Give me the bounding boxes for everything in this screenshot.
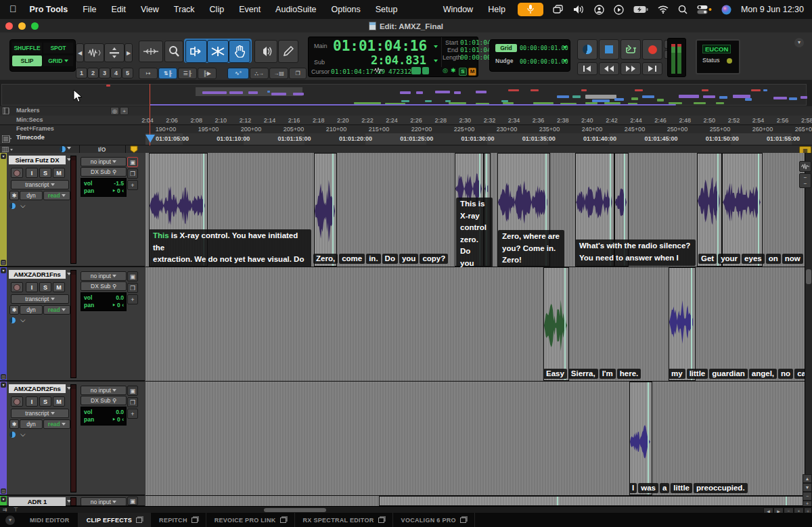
timecode-ruler-icon[interactable] <box>2 135 12 143</box>
scroll-options-icon[interactable]: ⊤ <box>14 507 18 513</box>
audio-clip[interactable] <box>697 153 722 267</box>
clip-effects-track-button[interactable]: ▣ <box>127 386 138 396</box>
audio-clip[interactable] <box>722 153 763 267</box>
markers-ruler[interactable]: Markers ◎ + <box>0 106 812 116</box>
track-solo-button[interactable]: S <box>39 282 51 292</box>
track-freeze-icon[interactable]: ◫ <box>1 260 6 265</box>
record-button[interactable] <box>642 39 662 60</box>
dock-tab-repitch[interactable]: REPITCH <box>151 513 206 527</box>
track-color-strip[interactable]: ▾ ◫ <box>0 382 7 495</box>
elastic-audio-track-icon[interactable] <box>9 317 16 323</box>
track-input-monitor-button[interactable]: I <box>26 282 38 292</box>
user-account-icon[interactable] <box>594 5 604 15</box>
insertion-follows-playback-button[interactable]: ╟▶ <box>198 68 217 79</box>
link-timeline-edit-button[interactable]: ⇅╟ <box>158 68 177 79</box>
track-height-minus-button[interactable]: − <box>803 492 812 501</box>
track-header-sierra-futz-dx[interactable]: ▾ ◫ Sierra Futz DX I S M transcript ✱ dy… <box>0 153 145 267</box>
mode-slip-button[interactable]: SLIP <box>12 55 42 66</box>
elastic-audio-header-caret[interactable] <box>67 147 71 150</box>
track-freeze-icon[interactable]: ◫ <box>1 374 6 380</box>
grid-caret[interactable] <box>563 46 567 49</box>
grid-value-toggle[interactable]: Grid <box>495 44 517 52</box>
timecode-ruler[interactable]: Timecode 01:01:05:0001:01:10:0001:01:15:… <box>0 133 812 145</box>
track-dyn-button[interactable]: dyn <box>20 305 43 315</box>
track-color-strip[interactable]: ▾ ◫ <box>0 153 7 266</box>
track-list-menu-icon[interactable] <box>2 147 13 152</box>
dock-tab-revoice-pro-link[interactable]: REVOICE PRO LINK <box>206 513 295 527</box>
zoom-preset-1-button[interactable]: 1 <box>76 68 87 78</box>
audio-clip[interactable] <box>314 153 337 267</box>
spotlight-search-icon[interactable] <box>678 5 687 14</box>
track-lane-3[interactable] <box>145 496 805 506</box>
edit-lanes[interactable]: This is X-ray control. You have initiate… <box>145 153 805 506</box>
track-lane-1[interactable]: EasySierra,I'mhere.mylittleguardianangel… <box>145 267 805 382</box>
io-column-label[interactable]: I/O <box>98 146 106 153</box>
apple-menu-icon[interactable]:  <box>9 3 22 16</box>
track-solo-button[interactable]: S <box>39 168 51 178</box>
elastic-audio-track-icon[interactable] <box>9 432 16 438</box>
vertical-scroll-thumb[interactable] <box>806 269 811 284</box>
nudge-caret[interactable] <box>563 60 567 62</box>
menu-clock[interactable]: Mon 9 Jun 12:30 <box>741 5 804 14</box>
track-freeze-button[interactable]: ✱ <box>9 419 19 429</box>
mode-grid-button[interactable]: GRID <box>43 55 73 66</box>
main-counter-value[interactable]: 01:01:04:16 <box>333 38 427 54</box>
menu-item-audiosuite[interactable]: AudioSuite <box>268 5 323 14</box>
horizontal-scroll-thumb[interactable] <box>264 508 326 512</box>
track-freeze-button[interactable]: ✱ <box>9 191 19 200</box>
track-view-selector[interactable]: transcript <box>11 294 69 304</box>
vol-value[interactable]: 0.0 <box>116 294 124 301</box>
track-add-button[interactable]: + <box>127 294 138 304</box>
feet-frames-ruler[interactable]: Feet+Frames 190+00195+00200+00205+00210+… <box>0 124 812 134</box>
tab-to-transient-button[interactable]: ↦ <box>139 68 158 79</box>
track-input-selector[interactable]: no input <box>81 497 127 506</box>
sub-counter-caret[interactable] <box>434 60 438 62</box>
zoom-preset-4-button[interactable]: 4 <box>110 68 122 78</box>
menu-item-event[interactable]: Event <box>231 5 268 14</box>
microphone-status-icon[interactable] <box>518 3 543 16</box>
track-collapse-icon[interactable]: ▾ <box>1 154 6 159</box>
min-secs-ruler[interactable]: Min:Secs 2:042:062:082:102:122:142:162:1… <box>0 116 812 125</box>
zoom-toggle-tool[interactable] <box>139 41 163 62</box>
marker-shield-icon[interactable] <box>130 145 138 153</box>
main-counter-caret[interactable] <box>434 45 438 48</box>
track-color-strip[interactable]: ▾ ◫ <box>0 267 7 380</box>
dock-tab-clip-effects[interactable]: CLIP EFFECTS <box>78 513 151 527</box>
dock-expand-icon[interactable]: ▾ <box>5 515 15 525</box>
track-output-selector[interactable]: DX Sub ⚲ <box>81 396 127 405</box>
grid-value[interactable]: 00:00:00:01.00 <box>520 45 568 51</box>
track-input-monitor-button[interactable]: I <box>26 168 38 178</box>
audio-clip[interactable] <box>379 496 805 506</box>
menu-item-setup[interactable]: Setup <box>368 5 405 14</box>
edit-selection-icon[interactable] <box>422 67 429 74</box>
track-freeze-icon[interactable]: ◫ <box>1 488 6 494</box>
track-automation-mode[interactable]: read <box>43 191 70 200</box>
scrubber-tool[interactable] <box>254 40 277 63</box>
add-marker-button[interactable]: + <box>120 107 129 115</box>
audio-clip[interactable] <box>543 267 569 381</box>
track-record-button[interactable] <box>11 168 23 178</box>
playhead-marker[interactable] <box>145 135 155 143</box>
keyboard-focus-button[interactable]: ⛬→ <box>250 68 269 79</box>
track-automation-mode[interactable]: read <box>43 419 70 429</box>
zoom-preset-edge-buttons[interactable]: −− <box>799 173 811 188</box>
menu-item-help[interactable]: Help <box>485 5 508 14</box>
clip-effects-track-button[interactable]: ▣ <box>127 497 138 505</box>
track-name[interactable]: ADR 1 <box>9 497 66 506</box>
audio-zoom-button[interactable] <box>84 43 104 62</box>
track-solo-button[interactable]: S <box>39 396 51 407</box>
clip-effects-track-button[interactable]: ▣ <box>127 157 138 167</box>
layered-editing-button[interactable]: →▤ <box>269 68 288 79</box>
play-button[interactable] <box>621 39 641 60</box>
mission-control-icon[interactable] <box>553 5 564 14</box>
track-window-button[interactable]: ❐ <box>127 397 138 407</box>
vertical-scrollbar[interactable] <box>805 153 812 506</box>
track-height-zoom-button[interactable] <box>104 43 125 62</box>
wifi-icon[interactable] <box>658 5 669 14</box>
pencil-tool[interactable] <box>278 40 298 63</box>
track-mute-button[interactable]: M <box>53 282 65 292</box>
zoom-in-arrow-button[interactable]: ▶ <box>125 43 133 62</box>
track-name[interactable]: Sierra Futz DX <box>9 156 66 164</box>
track-lane-0[interactable]: This is X-ray control. You have initiate… <box>145 153 805 268</box>
scroll-down-button[interactable]: ▼ <box>803 483 812 492</box>
